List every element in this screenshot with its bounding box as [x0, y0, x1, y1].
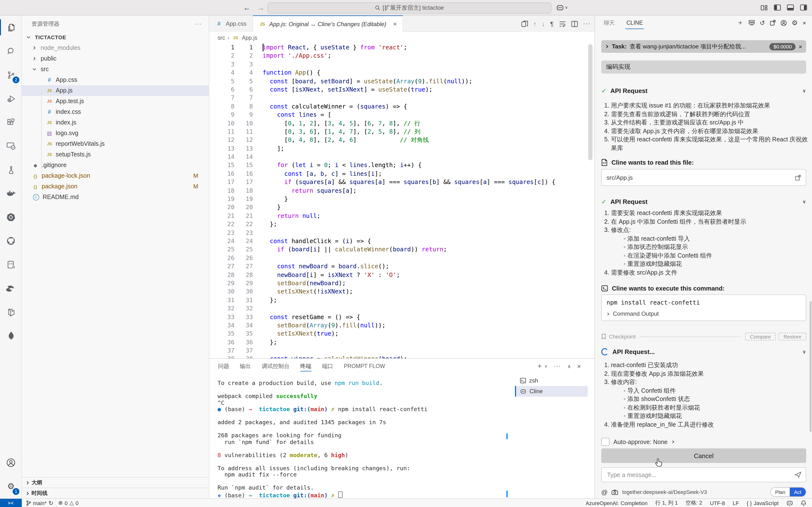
- code-line[interactable]: 3131 };: [209, 296, 594, 304]
- code-line[interactable]: 1414: [209, 153, 594, 161]
- code-line[interactable]: 1313 ];: [209, 144, 594, 153]
- command-output-toggle[interactable]: Command Output: [607, 311, 801, 317]
- tab-app-css[interactable]: # App.css: [209, 15, 253, 32]
- tree-root[interactable]: TICTACTOE: [22, 32, 209, 43]
- mcp-servers-icon[interactable]: [749, 20, 755, 26]
- kubernetes-icon[interactable]: [0, 205, 22, 229]
- accounts-icon[interactable]: [0, 451, 22, 474]
- chevron-down-icon[interactable]: ∨: [802, 88, 806, 94]
- plan-option[interactable]: Plan: [771, 488, 790, 496]
- tab-chat[interactable]: 聊天: [604, 19, 615, 26]
- search-view-icon[interactable]: [0, 39, 22, 63]
- panel-tab-4[interactable]: 端口: [322, 359, 333, 373]
- encoding-item[interactable]: UTF-8: [710, 500, 725, 506]
- sonar-icon[interactable]: [0, 277, 22, 300]
- code-line[interactable]: 3636 };: [209, 338, 594, 346]
- tree-item-app-css[interactable]: #App.css: [22, 74, 209, 85]
- docker-icon[interactable]: [0, 182, 22, 205]
- copilot-status-icon[interactable]: [786, 500, 793, 506]
- open-in-editor-icon[interactable]: [770, 20, 776, 26]
- tree-item-readme-md[interactable]: iREADME.md: [22, 192, 209, 203]
- mention-icon[interactable]: @: [601, 488, 607, 496]
- code-line[interactable]: 1010 [0, 1, 2], [3, 4, 5], [6, 7, 8], //…: [209, 119, 594, 127]
- code-line[interactable]: 2929 setBoard(newBoard);: [209, 279, 594, 287]
- account-icon[interactable]: [780, 19, 787, 26]
- command-box[interactable]: npm install react-confetti Command Outpu…: [601, 294, 806, 321]
- problems-item[interactable]: ⊗0 △0: [58, 500, 78, 506]
- tree-item-setuptests-js[interactable]: JSsetupTests.js: [22, 149, 209, 160]
- code-line[interactable]: 1212 [0, 4, 8], [2, 4, 6] // 对角线: [209, 136, 594, 144]
- tab-app-js-diff[interactable]: JS App.js: Original ↔ Cline's Changes (E…: [253, 15, 403, 32]
- terminal-instance-zsh[interactable]: zsh: [515, 375, 588, 386]
- tree-item-index-js[interactable]: JSindex.js: [22, 117, 209, 128]
- code-line[interactable]: 1919 }: [209, 195, 594, 203]
- model-name[interactable]: together:deepseek-ai/DeepSeek-V3: [622, 489, 707, 495]
- toggle-secondary-sidebar-icon[interactable]: [800, 4, 807, 11]
- close-panel-icon[interactable]: ×: [577, 362, 581, 370]
- send-icon[interactable]: [795, 472, 801, 478]
- eol-item[interactable]: LF: [733, 500, 739, 506]
- tab-close-icon[interactable]: ×: [393, 20, 397, 27]
- editor-more-icon[interactable]: ···: [583, 20, 591, 27]
- code-line[interactable]: 1616 const [a, b, c] = lines[i];: [209, 169, 594, 178]
- tree-item-node-modules[interactable]: node_modules: [22, 43, 209, 53]
- code-line[interactable]: 88 const calculateWinner = (squares) => …: [209, 102, 594, 110]
- maximize-panel-icon[interactable]: ∧: [567, 363, 571, 369]
- source-control-icon[interactable]: 2: [0, 63, 22, 87]
- code-line[interactable]: 2525 if (board[i] || calculateWinner(boa…: [209, 245, 594, 254]
- code-settings-icon[interactable]: <+>⚙: [0, 253, 22, 277]
- code-line[interactable]: 66 const [isXNext, setIsXNext] = useStat…: [209, 85, 594, 94]
- api-request-2-header[interactable]: ✓ API Request ∨: [601, 198, 806, 205]
- plan-act-toggle[interactable]: Plan Act: [770, 487, 806, 497]
- code-line[interactable]: 2323: [209, 228, 594, 237]
- customize-layout-icon[interactable]: [761, 4, 768, 11]
- next-change-icon[interactable]: ↓: [542, 20, 545, 27]
- extensions-icon[interactable]: [0, 110, 22, 134]
- timeline-section[interactable]: 时间线: [22, 488, 209, 498]
- back-icon[interactable]: ←: [243, 3, 251, 12]
- panel-more-icon[interactable]: ···: [553, 363, 561, 370]
- code-line[interactable]: 3333 const resetGame = () => {: [209, 313, 594, 321]
- code-line[interactable]: 77: [209, 94, 594, 102]
- run-debug-icon[interactable]: [0, 87, 22, 110]
- message-input-box[interactable]: [601, 467, 806, 482]
- outline-section[interactable]: 大纲: [22, 477, 209, 488]
- whitespace-icon[interactable]: ¶: [550, 20, 553, 27]
- code-line[interactable]: 2626: [209, 254, 594, 262]
- code-line[interactable]: 2828 newBoard[i] = isXNext ? 'X' : 'O';: [209, 271, 594, 279]
- tree-item-package-lock-json[interactable]: {}package-lock.jsonM: [22, 170, 209, 181]
- code-line[interactable]: 3737: [209, 346, 594, 355]
- message-input[interactable]: [606, 471, 795, 479]
- test-explorer-icon[interactable]: [0, 158, 22, 182]
- panel-tab-2[interactable]: 调试控制台: [262, 359, 289, 373]
- git-branch-item[interactable]: main* ↻: [26, 500, 53, 506]
- prev-change-icon[interactable]: ↑: [533, 20, 536, 27]
- read-file-box[interactable]: src/App.js: [601, 169, 806, 186]
- language-item[interactable]: { }JavaScript: [747, 500, 778, 506]
- open-changes-icon[interactable]: [521, 20, 528, 27]
- code-line[interactable]: 22import './App.css';: [209, 52, 594, 60]
- tab-cline[interactable]: CLINE: [627, 20, 643, 26]
- notifications-bell-icon[interactable]: [801, 500, 806, 506]
- settings-gear-icon[interactable]: ⚙1: [0, 474, 22, 498]
- code-line[interactable]: 3232: [209, 304, 594, 313]
- cursor-position-item[interactable]: 行 1, 列 1: [655, 499, 678, 507]
- tree-item--gitignore[interactable]: ◆.gitignore: [22, 160, 209, 170]
- toggle-panel-icon[interactable]: [787, 4, 794, 11]
- code-line[interactable]: 33: [209, 60, 594, 68]
- code-line[interactable]: 3838 const winner = calculateWinner(boar…: [209, 355, 594, 358]
- code-line[interactable]: 11import React, { useState } from 'react…: [209, 43, 594, 52]
- explorer-icon[interactable]: [0, 15, 22, 39]
- code-line[interactable]: 55 const [board, setBoard] = useState(Ar…: [209, 77, 594, 85]
- tree-item-app-js[interactable]: JSApp.js: [22, 85, 209, 96]
- chevron-down-icon[interactable]: ∨: [802, 199, 806, 204]
- editor-scrollbar[interactable]: [588, 44, 593, 160]
- mongodb-icon[interactable]: [0, 324, 22, 348]
- panel-tab-5[interactable]: PROMPT FLOW: [344, 359, 385, 373]
- code-line[interactable]: 2121 return null;: [209, 212, 594, 220]
- tree-item-package-json[interactable]: {}package.jsonM: [22, 181, 209, 192]
- code-line[interactable]: 2424 const handleClick = (i) => {: [209, 237, 594, 245]
- api-request-1-header[interactable]: ✓ API Request ∨: [601, 87, 806, 95]
- restore-button[interactable]: Restore: [778, 333, 806, 340]
- task-header[interactable]: Task: 查看 wang-junjian/tictactoe 项目中分配给我.…: [601, 40, 806, 53]
